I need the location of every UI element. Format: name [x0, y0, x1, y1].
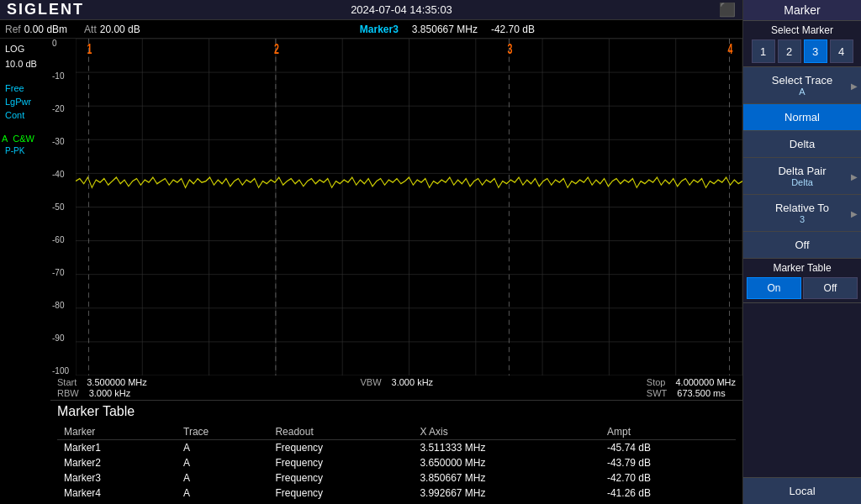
- stop-col: Stop 4.000000 MHz SWT 673.500 ms: [647, 377, 736, 398]
- cell-marker-2: Marker3: [57, 470, 177, 486]
- y-50: -50: [52, 202, 74, 212]
- normal-button[interactable]: Normal: [743, 104, 861, 131]
- swt-label: SWT: [647, 388, 667, 398]
- marker-readout: Marker3 3.850667 MHz -42.70 dB: [157, 24, 737, 35]
- table-row: Marker1 A Frequency 3.511333 MHz -45.74 …: [57, 440, 736, 456]
- svg-text:1: 1: [87, 41, 92, 57]
- left-panel: SIGLENT 2024-07-04 14:35:03 ⬛ Ref 0.00 d…: [0, 0, 742, 504]
- right-panel: Marker Select Marker 1 2 3 4 Select Trac…: [742, 0, 861, 504]
- relative-to-arrow: ▶: [851, 208, 858, 218]
- cell-xaxis-2: 3.850667 MHz: [413, 470, 600, 486]
- ref-value: 0.00 dBm: [24, 24, 67, 35]
- marker-btn-2[interactable]: 2: [778, 39, 801, 63]
- main-area: LOG 10.0 dB Free LgPwr Cont A C&W P-PK 0…: [0, 39, 742, 504]
- stop-row: Stop 4.000000 MHz: [647, 377, 736, 387]
- channel-info: A C&W: [2, 133, 49, 144]
- cell-trace-1: A: [177, 455, 268, 470]
- normal-label: Normal: [784, 111, 820, 123]
- y-100: -100: [52, 366, 74, 375]
- ref-display: Ref 0.00 dBm: [5, 24, 67, 35]
- select-trace-button[interactable]: Select Trace A ▶: [743, 67, 861, 104]
- y-20: -20: [52, 104, 74, 113]
- start-col: Start 3.500000 MHz RBW 3.000 kHz: [57, 377, 147, 398]
- y-axis: 0 -10 -20 -30 -40 -50 -60 -70 -80 -90 -1…: [50, 39, 76, 375]
- att-label: Att: [84, 24, 97, 35]
- vbw-col: VBW 3.000 kHz: [361, 377, 434, 398]
- stop-label: Stop: [647, 377, 666, 387]
- cell-xaxis-3: 3.992667 MHz: [413, 486, 600, 501]
- y-90: -90: [52, 333, 74, 343]
- cell-readout-3: Frequency: [268, 486, 413, 501]
- top-bar: SIGLENT 2024-07-04 14:35:03 ⬛: [0, 0, 742, 20]
- y-60: -60: [52, 235, 74, 244]
- att-value: 20.00 dB: [100, 24, 140, 35]
- local-button[interactable]: Local: [743, 477, 861, 504]
- marker-btn-4[interactable]: 4: [830, 39, 853, 63]
- active-marker-ampt: -42.70 dB: [491, 24, 535, 35]
- marker-table: Marker Trace Readout X Axis Ampt Marker1…: [57, 424, 736, 501]
- channel-letter: A: [2, 134, 8, 144]
- cell-readout-2: Frequency: [268, 470, 413, 486]
- marker-btn-1[interactable]: 1: [752, 39, 775, 63]
- marker-btn-3[interactable]: 3: [804, 39, 827, 63]
- active-marker-name: Marker3: [360, 24, 399, 35]
- cell-marker-1: Marker2: [57, 455, 177, 470]
- toggle-off-button[interactable]: Off: [803, 277, 858, 299]
- svg-text:2: 2: [274, 41, 279, 57]
- off-button[interactable]: Off: [743, 232, 861, 259]
- y-30: -30: [52, 137, 74, 146]
- relative-to-label: Relative To: [775, 202, 829, 214]
- cell-xaxis-0: 3.511333 MHz: [413, 440, 600, 456]
- select-marker-section: Select Marker 1 2 3 4: [743, 21, 861, 67]
- swt-row: SWT 673.500 ms: [647, 388, 736, 398]
- start-val: 3.500000 MHz: [87, 377, 147, 387]
- ppk-label: P-PK: [2, 146, 49, 155]
- cell-ampt-0: -45.74 dB: [600, 440, 736, 456]
- cell-marker-3: Marker4: [57, 486, 177, 501]
- col-ampt: Ampt: [600, 424, 736, 440]
- bottom-info: Start 3.500000 MHz RBW 3.000 kHz VBW 3.0…: [50, 375, 742, 400]
- cell-trace-2: A: [177, 470, 268, 486]
- swt-val: 673.500 ms: [677, 388, 725, 398]
- lgpwr-label: LgPwr: [2, 96, 49, 108]
- cell-xaxis-1: 3.650000 MHz: [413, 455, 600, 470]
- marker-buttons-group: 1 2 3 4: [747, 39, 858, 63]
- y-10: -10: [52, 71, 74, 81]
- cw-label: C&W: [9, 133, 38, 144]
- cell-readout-0: Frequency: [268, 440, 413, 456]
- active-marker-freq: 3.850667 MHz: [412, 24, 478, 35]
- y-0: 0: [52, 39, 74, 48]
- col-xaxis: X Axis: [413, 424, 600, 440]
- vbw-row: VBW 3.000 kHz: [361, 377, 434, 387]
- select-trace-val: A: [799, 87, 805, 97]
- rbw-label: RBW: [57, 388, 79, 398]
- meas-bar: Ref 0.00 dBm Att 20.00 dB Marker3 3.8506…: [0, 20, 742, 39]
- log-button[interactable]: LOG: [2, 42, 49, 55]
- cell-ampt-3: -41.26 dB: [600, 486, 736, 501]
- delta-pair-button[interactable]: Delta Pair Delta ▶: [743, 158, 861, 195]
- relative-to-button[interactable]: Relative To 3 ▶: [743, 195, 861, 232]
- vbw-label: VBW: [361, 377, 382, 387]
- y-80: -80: [52, 301, 74, 310]
- delta-pair-arrow: ▶: [851, 171, 858, 181]
- toggle-buttons-group: On Off: [747, 277, 858, 299]
- usb-icon: ⬛: [719, 2, 736, 18]
- marker-table-section: Marker Table Marker Trace Readout X Axis…: [50, 400, 742, 504]
- table-row: Marker4 A Frequency 3.992667 MHz -41.26 …: [57, 486, 736, 501]
- att-display: Att 20.00 dB: [84, 24, 140, 35]
- spectrum-svg: 1 2 3 4: [76, 39, 742, 375]
- delta-pair-label: Delta Pair: [778, 165, 826, 177]
- start-row: Start 3.500000 MHz: [57, 377, 147, 387]
- ref-label: Ref: [5, 24, 21, 35]
- chart-area: 0 -10 -20 -30 -40 -50 -60 -70 -80 -90 -1…: [50, 39, 742, 375]
- start-label: Start: [57, 377, 77, 387]
- cell-trace-0: A: [177, 440, 268, 456]
- toggle-on-button[interactable]: On: [747, 277, 801, 299]
- table-row: Marker2 A Frequency 3.650000 MHz -43.79 …: [57, 455, 736, 470]
- rbw-val: 3.000 kHz: [89, 388, 131, 398]
- marker-table-toggle-section: Marker Table On Off: [743, 259, 861, 303]
- cont-label: Cont: [2, 109, 49, 121]
- delta-button[interactable]: Delta: [743, 131, 861, 158]
- cell-ampt-1: -43.79 dB: [600, 455, 736, 470]
- relative-to-val: 3: [800, 214, 805, 224]
